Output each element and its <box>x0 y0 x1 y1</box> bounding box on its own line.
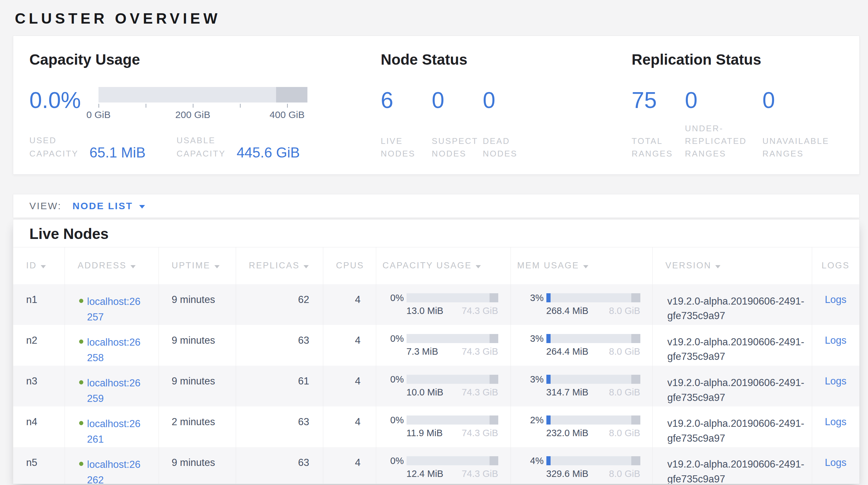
dead-nodes-label: DEAD NODES <box>483 135 532 160</box>
capacity-pct: 0% <box>383 456 404 465</box>
column-header-id[interactable]: ID <box>13 247 65 284</box>
capacity-gauge-axis: 0 GiB 200 GiB 400 GiB <box>98 109 307 121</box>
under-replicated-count: 0 <box>685 89 763 112</box>
used-capacity-label: USED CAPACITY <box>29 134 85 160</box>
node-address-link[interactable]: localhost:26257 <box>87 294 146 325</box>
live-nodes-card: Live Nodes ID ADDRESS UPTIME REPLICAS CP… <box>13 219 860 484</box>
capacity-gauge: 0 GiB 200 GiB 400 GiB <box>98 87 307 121</box>
capacity-used: 12.4 MiB <box>407 468 443 479</box>
node-mem-usage: 4% 329.6 MiB8.0 GiB <box>510 447 652 484</box>
mem-total: 8.0 GiB <box>609 468 640 479</box>
live-nodes-label: LIVE NODES <box>381 135 430 160</box>
view-selector-bar: VIEW: NODE LIST <box>13 194 860 218</box>
axis-tick-label: 200 GiB <box>175 109 210 120</box>
logs-link[interactable]: Logs <box>825 375 846 387</box>
node-id: n4 <box>13 406 65 447</box>
capacity-used: 10.0 MiB <box>407 387 443 398</box>
node-capacity-usage: 0% 11.9 MiB74.3 GiB <box>376 406 510 447</box>
column-header-mem-usage[interactable]: MEM USAGE <box>510 247 652 284</box>
node-address-link[interactable]: localhost:26262 <box>87 457 146 484</box>
node-cpus: 4 <box>323 447 376 484</box>
node-cpus: 4 <box>323 366 376 406</box>
capacity-bar <box>407 416 498 425</box>
unavailable-count: 0 <box>763 89 843 112</box>
node-uptime: 9 minutes <box>159 447 236 484</box>
node-version: v19.2.0-alpha.20190606-2491-gfe735c9a97 <box>668 335 812 364</box>
node-status-section: Node Status 6 LIVE NODES 0 SUSPECT NODES… <box>381 51 631 160</box>
sort-caret-icon <box>41 265 46 268</box>
cluster-summary-card: Capacity Usage 0.0% <box>13 35 860 175</box>
logs-link[interactable]: Logs <box>825 416 846 427</box>
chevron-down-icon <box>139 205 145 208</box>
node-replicas: 63 <box>236 406 323 447</box>
logs-link[interactable]: Logs <box>825 294 846 305</box>
mem-used: 232.0 MiB <box>547 428 589 438</box>
column-header-capacity-usage[interactable]: CAPACITY USAGE <box>376 247 510 284</box>
node-uptime: 9 minutes <box>159 284 236 325</box>
column-header-uptime[interactable]: UPTIME <box>159 247 236 284</box>
mem-used: 268.4 MiB <box>547 306 589 316</box>
node-replicas: 63 <box>236 325 323 366</box>
live-status-icon <box>79 340 83 344</box>
node-version: v19.2.0-alpha.20190606-2491-gfe735c9a97 <box>668 375 812 405</box>
replication-status-title: Replication Status <box>631 51 843 68</box>
capacity-bar <box>407 375 498 384</box>
node-address-link[interactable]: localhost:26261 <box>87 416 146 447</box>
column-header-version[interactable]: VERSION <box>652 247 812 284</box>
mem-used: 264.4 MiB <box>547 346 589 357</box>
column-header-logs: LOGS <box>812 247 859 284</box>
mem-pct: 2% <box>523 416 544 425</box>
node-id: n3 <box>13 366 65 406</box>
usable-capacity-label: USABLE CAPACITY <box>177 134 232 160</box>
capacity-bar <box>407 293 498 302</box>
used-capacity-value: 65.1 MiB <box>89 145 146 161</box>
sort-caret-icon <box>130 265 135 268</box>
node-capacity-usage: 0% 12.4 MiB74.3 GiB <box>376 447 510 484</box>
axis-tick-label: 400 GiB <box>270 109 305 120</box>
node-mem-usage: 3% 314.7 MiB8.0 GiB <box>510 366 652 406</box>
capacity-pct: 0% <box>383 416 404 425</box>
live-nodes-stat: 6 LIVE NODES <box>381 89 432 160</box>
total-ranges-stat: 75 TOTAL RANGES <box>631 89 685 160</box>
logs-link[interactable]: Logs <box>825 457 846 468</box>
mem-bar <box>547 293 640 302</box>
mem-pct: 3% <box>523 375 544 384</box>
node-replicas: 61 <box>236 366 323 406</box>
node-address-link[interactable]: localhost:26258 <box>87 335 146 366</box>
live-status-icon <box>79 380 83 384</box>
node-capacity-usage: 0% 13.0 MiB74.3 GiB <box>376 284 510 325</box>
node-address-link[interactable]: localhost:26259 <box>87 375 146 406</box>
column-header-address[interactable]: ADDRESS <box>65 247 159 284</box>
mem-pct: 3% <box>523 334 544 343</box>
capacity-usage-section: Capacity Usage 0.0% <box>29 51 381 160</box>
node-version: v19.2.0-alpha.20190606-2491-gfe735c9a97 <box>668 457 812 484</box>
capacity-gauge-ticks <box>98 103 307 108</box>
usable-capacity-metric: USABLE CAPACITY 445.6 GiB <box>177 134 300 160</box>
column-header-replicas[interactable]: REPLICAS <box>236 247 323 284</box>
capacity-total: 74.3 GiB <box>462 387 498 398</box>
capacity-pct: 0% <box>383 334 404 343</box>
sort-caret-icon <box>304 265 309 268</box>
capacity-pct: 0% <box>383 293 404 302</box>
node-cpus: 4 <box>323 325 376 366</box>
node-uptime: 9 minutes <box>159 325 236 366</box>
live-status-icon <box>79 421 83 425</box>
capacity-bar <box>407 334 498 343</box>
logs-link[interactable]: Logs <box>825 335 846 346</box>
dead-nodes-count: 0 <box>483 89 534 112</box>
capacity-bar <box>407 456 498 465</box>
view-dropdown[interactable]: NODE LIST <box>72 200 145 211</box>
under-replicated-ranges-stat: 0 UNDER-REPLICATED RANGES <box>685 89 763 160</box>
table-row: n4 localhost:26261 2 minutes 63 4 0% 11.… <box>13 406 859 447</box>
dead-nodes-stat: 0 DEAD NODES <box>483 89 534 160</box>
node-replicas: 62 <box>236 284 323 325</box>
node-cpus: 4 <box>323 284 376 325</box>
node-capacity-usage: 0% 10.0 MiB74.3 GiB <box>376 366 510 406</box>
cluster-overview-page: CLUSTER OVERVIEW Capacity Usage 0.0% <box>0 0 868 484</box>
column-header-cpus: CPUS <box>323 247 376 284</box>
sort-caret-icon <box>583 265 588 268</box>
table-row: n5 localhost:26262 9 minutes 63 4 0% 12.… <box>13 447 859 484</box>
under-replicated-label: UNDER-REPLICATED RANGES <box>685 122 753 160</box>
replication-status-section: Replication Status 75 TOTAL RANGES 0 UND… <box>631 51 843 160</box>
mem-total: 8.0 GiB <box>609 428 640 438</box>
